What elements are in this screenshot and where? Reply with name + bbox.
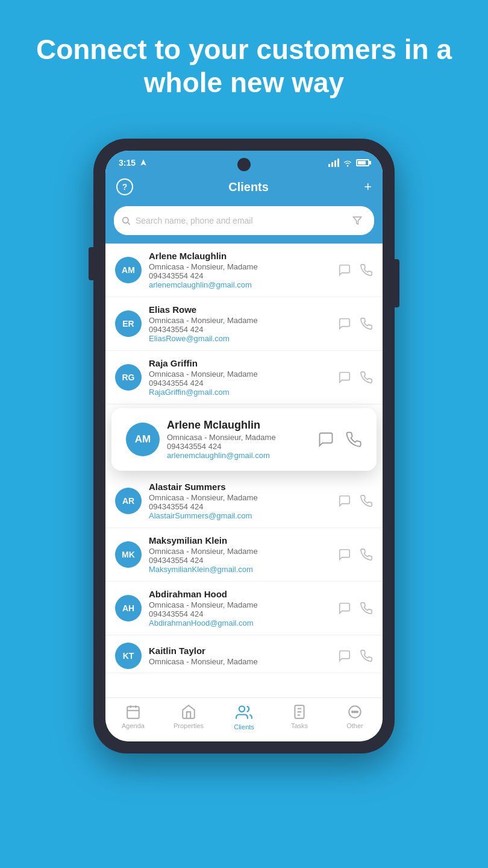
time-display: 3:15 — [119, 158, 136, 168]
contact-info: Elias Rowe Omnicasa - Monsieur, Madame 0… — [149, 304, 331, 343]
contact-name: Kaitlin Taylor — [149, 646, 331, 656]
contact-phone: 094343554 424 — [149, 609, 331, 618]
contact-company: Omnicasa - Monsieur, Madame — [149, 547, 331, 556]
filter-button[interactable] — [348, 211, 367, 230]
contact-info: Abdirahman Hood Omnicasa - Monsieur, Mad… — [149, 589, 331, 627]
contact-email[interactable]: EliasRowe@gmail.com — [149, 334, 331, 343]
other-icon — [347, 704, 363, 720]
add-client-button[interactable]: + — [364, 179, 372, 195]
svg-point-17 — [352, 711, 354, 713]
message-icon[interactable] — [338, 371, 351, 384]
search-icon — [121, 216, 131, 225]
contact-company: Omnicasa - Monsieur, Madame — [149, 493, 331, 502]
contact-email[interactable]: AlastairSummers@gmail.com — [149, 511, 331, 520]
nav-label-properties: Properties — [174, 722, 204, 729]
phone-icon[interactable] — [360, 649, 373, 662]
phone-icon[interactable] — [360, 548, 373, 561]
contact-item-expanded[interactable]: AM Arlene Mclaughlin Omnicasa - Monsieur… — [111, 408, 377, 471]
phone-icon[interactable] — [360, 317, 373, 330]
contact-info: Alastair Summers Omnicasa - Monsieur, Ma… — [149, 482, 331, 520]
contact-phone: 094343554 424 — [149, 379, 331, 388]
contact-item[interactable]: MK Maksymilian Klein Omnicasa - Monsieur… — [105, 528, 383, 582]
contact-item[interactable]: AM Arlene Mclaughlin Omnicasa - Monsieur… — [105, 244, 383, 297]
contact-item[interactable]: RG Raja Griffin Omnicasa - Monsieur, Mad… — [105, 351, 383, 404]
phone-icon[interactable] — [360, 263, 373, 277]
nav-item-clients[interactable]: Clients — [216, 704, 272, 731]
nav-item-other[interactable]: Other — [327, 704, 383, 731]
contact-info: Kaitlin Taylor Omnicasa - Monsieur, Mada… — [149, 646, 331, 666]
message-icon[interactable] — [338, 602, 351, 615]
contact-item[interactable]: AR Alastair Summers Omnicasa - Monsieur,… — [105, 474, 383, 528]
contact-phone: 094343554 424 — [149, 271, 331, 280]
status-bar: 3:15 — [105, 151, 383, 172]
phone-icon-expanded[interactable] — [345, 431, 362, 448]
message-icon[interactable] — [338, 317, 351, 330]
clients-icon — [236, 704, 252, 721]
contact-company: Omnicasa - Monsieur, Madame — [149, 316, 331, 325]
avatar: AR — [115, 488, 142, 514]
svg-point-11 — [239, 706, 245, 712]
phone-icon[interactable] — [360, 602, 373, 615]
search-input-wrap[interactable]: Search name, phone and email — [114, 206, 374, 235]
avatar: MK — [115, 541, 142, 568]
svg-rect-7 — [127, 706, 139, 719]
message-icon-expanded[interactable] — [318, 431, 334, 448]
contact-phone: 094343554 424 — [149, 556, 331, 565]
navigation-icon — [139, 159, 148, 167]
svg-point-4 — [123, 218, 128, 223]
bottom-nav: Agenda Properties — [105, 697, 383, 741]
phone-screen: 3:15 — [105, 151, 383, 741]
contact-actions — [338, 548, 373, 561]
nav-item-properties[interactable]: Properties — [161, 704, 216, 731]
phone-frame: 3:15 — [93, 139, 395, 753]
contact-name: Abdirahman Hood — [149, 589, 331, 599]
contact-email[interactable]: MaksymilianKlein@gmail.com — [149, 565, 331, 574]
calendar-icon — [125, 704, 141, 720]
contact-item[interactable]: AH Abdirahman Hood Omnicasa - Monsieur, … — [105, 582, 383, 635]
contact-item[interactable]: KT Kaitlin Taylor Omnicasa - Monsieur, M… — [105, 635, 383, 673]
notch — [237, 158, 251, 171]
avatar: AH — [115, 595, 142, 621]
avatar: ER — [115, 310, 142, 337]
contact-email[interactable]: RajaGriffin@gmail.com — [149, 388, 331, 397]
contact-list: AM Arlene Mclaughlin Omnicasa - Monsieur… — [105, 244, 383, 741]
contact-company: Omnicasa - Monsieur, Madame — [149, 600, 331, 609]
svg-line-5 — [128, 222, 130, 225]
filter-icon — [352, 216, 363, 225]
contact-item[interactable]: ER Elias Rowe Omnicasa - Monsieur, Madam… — [105, 297, 383, 351]
contact-company: Omnicasa - Monsieur, Madame — [149, 370, 331, 379]
contact-company: Omnicasa - Monsieur, Madame — [149, 657, 331, 666]
svg-point-18 — [354, 711, 356, 713]
contact-info: Arlene Mclaughlin Omnicasa - Monsieur, M… — [149, 251, 331, 289]
contact-name: Elias Rowe — [149, 304, 331, 315]
message-icon[interactable] — [338, 494, 351, 508]
tasks-icon — [292, 704, 307, 720]
phone-icon[interactable] — [360, 371, 373, 384]
nav-item-agenda[interactable]: Agenda — [105, 704, 161, 731]
hero-title: Connect to your customers in a whole new… — [0, 0, 488, 118]
phone-icon[interactable] — [360, 494, 373, 508]
wifi-icon — [343, 159, 352, 167]
nav-item-tasks[interactable]: Tasks — [272, 704, 327, 731]
app-header: ? Clients + — [105, 172, 383, 204]
contact-actions — [338, 263, 373, 277]
contact-email[interactable]: AbdirahmanHood@gmail.com — [149, 618, 331, 627]
contact-name: Raja Griffin — [149, 358, 331, 368]
contact-phone: 094343554 424 — [149, 502, 331, 511]
battery-icon — [356, 159, 369, 166]
contact-actions — [338, 602, 373, 615]
svg-marker-6 — [353, 217, 361, 224]
help-button[interactable]: ? — [116, 178, 133, 195]
message-icon[interactable] — [338, 263, 351, 277]
contact-email[interactable]: arlenemclaughlin@gmail.com — [149, 280, 331, 289]
nav-label-other: Other — [346, 722, 363, 729]
contact-actions — [338, 494, 373, 508]
message-icon[interactable] — [338, 649, 351, 662]
contact-email-expanded[interactable]: arlenemclaughlin@gmail.com — [167, 451, 310, 460]
contact-actions — [338, 649, 373, 662]
avatar: RG — [115, 364, 142, 391]
nav-label-clients: Clients — [234, 723, 254, 731]
contact-name-expanded: Arlene Mclaughlin — [167, 419, 310, 432]
nav-label-agenda: Agenda — [122, 722, 145, 729]
message-icon[interactable] — [338, 548, 351, 561]
